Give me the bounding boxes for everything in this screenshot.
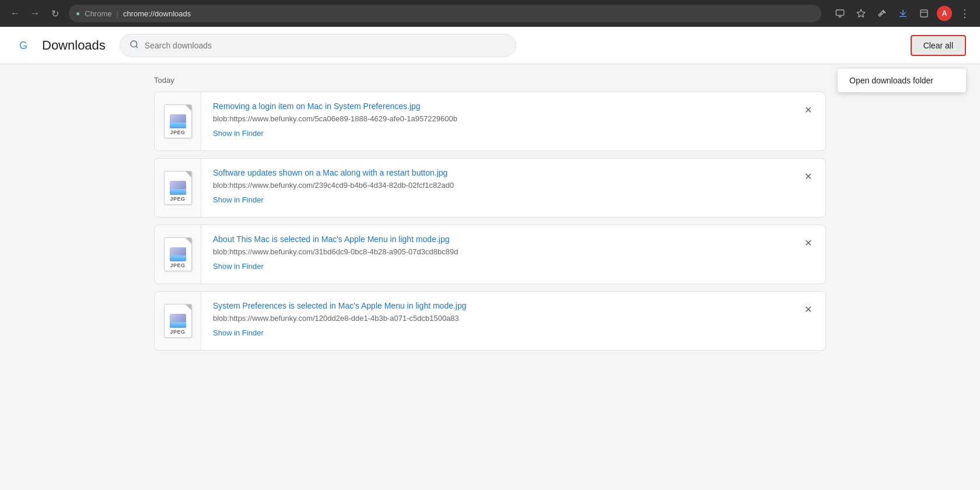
download-actions: Show in Finder xyxy=(213,195,779,204)
search-bar[interactable] xyxy=(120,34,516,57)
download-filename[interactable]: System Preferences is selected in Mac's … xyxy=(213,301,779,310)
download-url: blob:https://www.befunky.com/120dd2e8-dd… xyxy=(213,314,779,323)
browser-actions: A ⋮ xyxy=(832,5,973,22)
page-title: Downloads xyxy=(42,38,106,53)
site-name: Chrome xyxy=(85,9,111,18)
google-logo: G xyxy=(14,36,33,55)
downloads-list: JPEG Removing a login item on Mac in Sys… xyxy=(140,92,840,351)
back-button[interactable]: ← xyxy=(7,5,23,22)
dropdown-menu: Open downloads folder xyxy=(838,69,966,92)
bookmark-icon[interactable] xyxy=(853,5,869,22)
search-icon xyxy=(130,40,139,51)
window-icon[interactable] xyxy=(916,5,932,22)
download-thumbnail: JPEG xyxy=(155,92,201,150)
download-info: Removing a login item on Mac in System P… xyxy=(201,92,790,150)
site-favicon: ● xyxy=(76,9,80,18)
show-in-finder-link[interactable]: Show in Finder xyxy=(213,262,264,271)
download-close-area: ✕ xyxy=(790,159,825,217)
open-downloads-folder-item[interactable]: Open downloads folder xyxy=(838,69,966,92)
svg-marker-1 xyxy=(857,9,864,17)
search-input[interactable] xyxy=(145,41,506,50)
download-item: JPEG About This Mac is selected in Mac's… xyxy=(154,225,826,284)
download-item: JPEG Removing a login item on Mac in Sys… xyxy=(154,92,826,151)
remove-download-button[interactable]: ✕ xyxy=(800,301,816,317)
show-in-finder-link[interactable]: Show in Finder xyxy=(213,129,264,138)
download-thumbnail: JPEG xyxy=(155,292,201,350)
file-type-label: JPEG xyxy=(170,329,185,335)
remove-download-button[interactable]: ✕ xyxy=(800,168,816,184)
show-in-finder-link[interactable]: Show in Finder xyxy=(213,328,264,337)
svg-text:G: G xyxy=(19,40,27,51)
file-preview xyxy=(170,181,186,195)
download-info: Software updates shown on a Mac along wi… xyxy=(201,159,790,217)
file-type-label: JPEG xyxy=(170,196,185,202)
remove-download-button[interactable]: ✕ xyxy=(800,102,816,118)
download-item: JPEG System Preferences is selected in M… xyxy=(154,291,826,351)
nav-buttons: ← → ↻ xyxy=(7,5,63,22)
download-filename[interactable]: Removing a login item on Mac in System P… xyxy=(213,102,779,111)
address-bar[interactable]: ● Chrome | chrome://downloads xyxy=(69,5,821,22)
download-filename[interactable]: Software updates shown on a Mac along wi… xyxy=(213,168,779,177)
svg-rect-0 xyxy=(836,10,844,15)
download-actions: Show in Finder xyxy=(213,129,779,138)
file-icon: JPEG xyxy=(164,171,192,205)
content-area: Today JPEG Removing a login item on Mac … xyxy=(140,64,840,367)
file-icon: JPEG xyxy=(164,104,192,138)
browser-chrome: ← → ↻ ● Chrome | chrome://downloads A ⋮ xyxy=(0,0,980,27)
clear-all-button[interactable]: Clear all xyxy=(911,35,966,56)
file-icon: JPEG xyxy=(164,304,192,338)
forward-button[interactable]: → xyxy=(27,5,43,22)
section-label: Today xyxy=(140,74,840,92)
reload-button[interactable]: ↻ xyxy=(47,5,63,22)
file-type-label: JPEG xyxy=(170,130,185,135)
downloads-icon[interactable] xyxy=(895,5,911,22)
separator: | xyxy=(117,9,118,18)
download-close-area: ✕ xyxy=(790,92,825,150)
extensions-icon[interactable] xyxy=(874,5,890,22)
download-actions: Show in Finder xyxy=(213,328,779,337)
download-info: About This Mac is selected in Mac's Appl… xyxy=(201,225,790,284)
file-type-label: JPEG xyxy=(170,262,185,268)
profile-avatar[interactable]: A xyxy=(937,6,952,21)
download-item: JPEG Software updates shown on a Mac alo… xyxy=(154,158,826,218)
download-filename[interactable]: About This Mac is selected in Mac's Appl… xyxy=(213,235,779,244)
download-info: System Preferences is selected in Mac's … xyxy=(201,292,790,350)
download-actions: Show in Finder xyxy=(213,262,779,271)
screen-share-icon[interactable] xyxy=(832,5,848,22)
file-preview xyxy=(170,247,186,261)
download-url: blob:https://www.befunky.com/239c4cd9-b4… xyxy=(213,181,779,190)
download-url: blob:https://www.befunky.com/31bd6dc9-0b… xyxy=(213,247,779,256)
page-header: G Downloads Clear all Open downloads fol… xyxy=(0,27,980,64)
show-in-finder-link[interactable]: Show in Finder xyxy=(213,195,264,204)
file-icon: JPEG xyxy=(164,237,192,271)
svg-point-6 xyxy=(131,41,137,47)
download-close-area: ✕ xyxy=(790,292,825,350)
file-preview xyxy=(170,114,186,128)
download-close-area: ✕ xyxy=(790,225,825,284)
file-preview xyxy=(170,314,186,328)
svg-rect-2 xyxy=(921,10,928,17)
download-url: blob:https://www.befunky.com/5ca06e89-18… xyxy=(213,114,779,123)
download-thumbnail: JPEG xyxy=(155,159,201,217)
url-text: chrome://downloads xyxy=(123,9,814,18)
download-thumbnail: JPEG xyxy=(155,225,201,284)
menu-icon[interactable]: ⋮ xyxy=(957,5,973,22)
remove-download-button[interactable]: ✕ xyxy=(800,235,816,251)
